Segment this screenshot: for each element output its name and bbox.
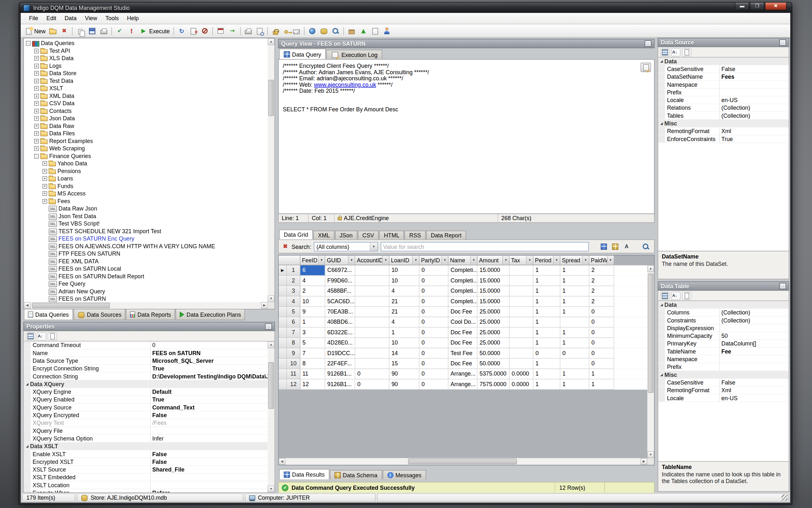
cell[interactable]: 25.0000 xyxy=(478,328,510,338)
cell[interactable]: Completi... xyxy=(448,286,478,296)
scrollbar-thumb[interactable] xyxy=(268,80,274,116)
panel-options-icon[interactable] xyxy=(779,39,786,45)
property-row-tablename[interactable]: TableNameFee xyxy=(658,348,789,355)
cell[interactable]: Completi... xyxy=(448,265,478,276)
cell[interactable]: 25.0000 xyxy=(478,338,510,348)
cell[interactable]: 10 xyxy=(389,338,419,348)
cell[interactable]: 10 xyxy=(389,276,419,286)
cell[interactable]: 1 xyxy=(560,297,589,307)
cell[interactable]: 10 xyxy=(300,297,326,307)
row-number[interactable]: 9 xyxy=(287,348,300,358)
email-button[interactable] xyxy=(291,25,302,36)
cell[interactable] xyxy=(510,297,533,307)
tree-item-data-queries[interactable]: -Data Queries xyxy=(24,40,268,47)
property-row-casesensitive[interactable]: CaseSensitiveFalse xyxy=(658,65,789,73)
column-filter-icon[interactable]: ▼ xyxy=(412,256,419,265)
scrollbar-thumb[interactable] xyxy=(408,459,517,465)
cell[interactable]: 4 xyxy=(389,317,419,327)
tree-expander-icon[interactable]: + xyxy=(34,86,39,91)
copy-button[interactable] xyxy=(75,25,86,36)
font-options-button[interactable]: A xyxy=(621,242,632,251)
cell[interactable]: 15 xyxy=(389,358,419,369)
cell[interactable] xyxy=(355,348,389,358)
tab-json[interactable]: JSon xyxy=(335,230,357,240)
scroll-up-icon[interactable]: ▲ xyxy=(268,38,274,45)
cell[interactable]: 0 xyxy=(589,317,614,327)
tree-item-xml-data[interactable]: +XML Data xyxy=(24,92,268,100)
row-number[interactable]: 3 xyxy=(287,286,300,296)
property-value[interactable] xyxy=(720,89,789,96)
property-row-execute-when[interactable]: Execute WhenBefore xyxy=(24,489,268,492)
property-value[interactable]: Fees xyxy=(720,73,789,80)
property-pages-button[interactable] xyxy=(682,48,691,56)
cell[interactable] xyxy=(355,307,389,317)
property-category-data-xslt[interactable]: Data XSLT xyxy=(24,442,268,450)
cell[interactable]: Arrange... xyxy=(448,379,478,390)
property-value[interactable]: DataColumn[] xyxy=(720,340,789,347)
tree-item-csv-data[interactable]: +CSV Data xyxy=(24,100,268,108)
cell[interactable]: 9126B1... xyxy=(325,369,355,379)
cell[interactable]: 14 xyxy=(389,348,419,358)
menu-edit[interactable]: Edit xyxy=(42,13,60,24)
cell[interactable]: 6 xyxy=(300,265,326,276)
open-button[interactable] xyxy=(48,25,58,36)
property-row-casesensitive[interactable]: CaseSensitiveFalse xyxy=(658,379,789,386)
tab-xml[interactable]: XML xyxy=(313,230,334,240)
properties-vertical-scrollbar[interactable]: ▲ ▼ xyxy=(268,342,274,492)
cell[interactable]: 1 xyxy=(560,265,589,276)
cell[interactable] xyxy=(510,307,533,317)
property-row-relations[interactable]: Relations(Collection) xyxy=(658,104,789,112)
tree-item-json-test-data[interactable]: +SQLJson Test Data xyxy=(24,213,268,220)
cell[interactable]: 7 xyxy=(300,348,326,358)
cell[interactable]: 12 xyxy=(300,379,326,390)
cell[interactable]: Doc Fee xyxy=(448,328,478,338)
property-row-xquery-file[interactable]: XQuery File xyxy=(24,427,268,435)
tree-item-data-files[interactable]: +Data Files xyxy=(24,130,268,137)
cell[interactable]: 1 xyxy=(533,286,560,296)
cell[interactable]: 0 xyxy=(419,276,448,286)
tree-item-fees-on-saturn-local[interactable]: +SQLFEES on SATURN Local xyxy=(24,265,268,272)
tab-messages[interactable]: iMessages xyxy=(383,470,426,479)
property-row-encrypted-xslt[interactable]: Encrypted XSLTFalse xyxy=(24,458,268,466)
property-row-xslt-location[interactable]: XSLT Location xyxy=(24,481,268,489)
cell[interactable]: 1 xyxy=(560,328,589,338)
tab-data-grid[interactable]: Data Grid xyxy=(279,230,313,240)
table-row[interactable]: 10822F4EF...150Doc Fee50.000010 xyxy=(279,358,648,369)
row-number[interactable]: 10 xyxy=(287,358,300,369)
cell[interactable]: 0 xyxy=(419,379,448,390)
tree-expander-icon[interactable]: - xyxy=(34,154,39,158)
tree-item-data-raw-json[interactable]: +SQLData Raw Json xyxy=(24,205,268,212)
table-row[interactable]: 12129126B1...0900Arrange...7575.00000.00… xyxy=(279,379,648,390)
column-filter-icon[interactable]: ▼ xyxy=(348,256,355,265)
table-row[interactable]: ▶16C66972...100Completi...15.0000112 xyxy=(279,265,648,276)
tab-html[interactable]: HTML xyxy=(379,230,404,240)
cell[interactable] xyxy=(510,328,533,338)
column-header-tax[interactable]: Tax▼ xyxy=(510,256,533,265)
cell[interactable]: 15.0000 xyxy=(478,286,510,296)
tree-expander-icon[interactable]: + xyxy=(43,169,47,173)
tab-data-report[interactable]: Data Report xyxy=(426,230,466,240)
cell[interactable]: 1 xyxy=(533,265,560,276)
save-button[interactable] xyxy=(87,25,98,36)
table-row[interactable]: 5970EA3B...210Doc Fee25.0000110 xyxy=(279,307,648,317)
table-row[interactable]: 97D19DCC...140Test Fee50.0000000 xyxy=(279,348,648,358)
column-filter-icon[interactable]: ▼ xyxy=(502,256,509,265)
cell[interactable]: 1 xyxy=(300,317,326,327)
property-pages-button[interactable] xyxy=(682,291,691,300)
cell[interactable]: 0 xyxy=(589,358,614,369)
property-row-xquery-schema-option[interactable]: XQuery Schema OptionInfer xyxy=(24,435,268,442)
maximize-button[interactable]: ❐ xyxy=(750,3,764,10)
property-row-datasetname[interactable]: DataSetNameFees xyxy=(658,73,789,81)
menu-file[interactable]: File xyxy=(25,13,43,24)
stop-button[interactable] xyxy=(199,25,210,36)
cell[interactable]: 0 xyxy=(419,265,448,276)
property-value[interactable] xyxy=(720,81,789,88)
tree-expander-icon[interactable]: + xyxy=(43,161,47,166)
tree-item-fees-on-saturn-default-report[interactable]: +SQLFEES on SATURN Default Report xyxy=(24,273,268,280)
cell[interactable]: 10 xyxy=(389,265,419,276)
database-button[interactable] xyxy=(319,25,329,36)
property-value[interactable]: FEES on SATURN xyxy=(151,349,268,357)
tree-expander-icon[interactable]: - xyxy=(26,41,31,46)
cell[interactable]: 2 xyxy=(589,286,614,296)
alphabetical-button[interactable]: A↓ xyxy=(37,332,46,340)
